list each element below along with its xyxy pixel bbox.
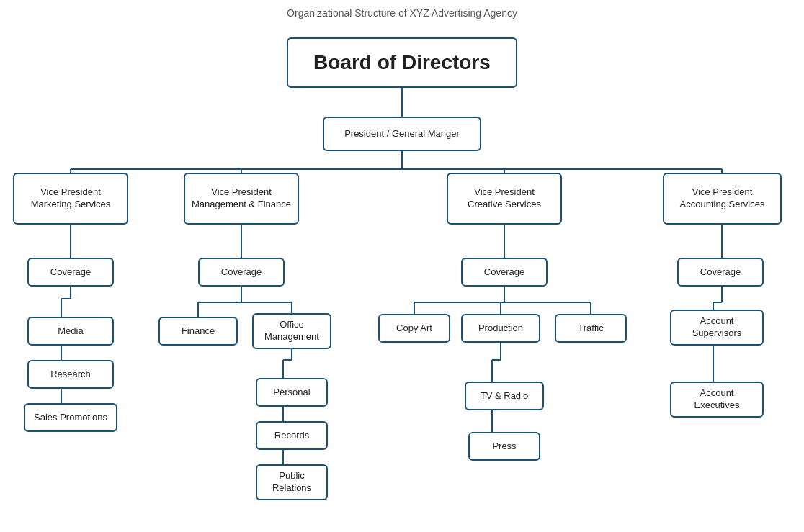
box-account-supervisors: AccountSupervisors xyxy=(670,310,764,346)
box-board-of-directors: Board of Directors xyxy=(287,37,517,88)
box-public-relations: PublicRelations xyxy=(256,464,328,500)
acct-supervisors-label: AccountSupervisors xyxy=(692,315,742,340)
box-sales-promotions: Sales Promotions xyxy=(24,403,117,432)
box-coverage-mgmt: Coverage xyxy=(198,258,285,287)
box-vp-management: Vice PresidentManagement & Finance xyxy=(184,173,299,225)
box-media: Media xyxy=(27,317,114,346)
box-tv-radio: TV & Radio xyxy=(465,382,544,410)
box-finance: Finance xyxy=(158,317,238,346)
box-vp-accounting: Vice PresidentAccounting Services xyxy=(663,173,782,225)
chart-title: Organizational Structure of XYZ Advertis… xyxy=(0,7,804,19)
box-president: President / General Manger xyxy=(323,117,481,151)
vp-accounting-label: Vice PresidentAccounting Services xyxy=(680,186,765,211)
acct-executives-label: AccountExecutives xyxy=(694,387,740,412)
box-coverage-creative: Coverage xyxy=(461,258,548,287)
box-coverage-marketing: Coverage xyxy=(27,258,114,287)
vp-marketing-label: Vice PresidentMarketing Services xyxy=(31,186,111,211)
box-personal: Personal xyxy=(256,378,328,407)
box-office-management: OfficeManagement xyxy=(252,313,331,349)
box-traffic: Traffic xyxy=(555,314,627,343)
box-records: Records xyxy=(256,421,328,450)
box-press: Press xyxy=(468,432,540,461)
box-coverage-accounting: Coverage xyxy=(677,258,764,287)
box-production: Production xyxy=(461,314,540,343)
box-account-executives: AccountExecutives xyxy=(670,382,764,418)
office-mgmt-label: OfficeManagement xyxy=(264,319,319,343)
vp-creative-label: Vice PresidentCreative Services xyxy=(468,186,541,211)
box-copy-art: Copy Art xyxy=(378,314,450,343)
box-vp-marketing: Vice PresidentMarketing Services xyxy=(13,173,128,225)
vp-mgmt-label: Vice PresidentManagement & Finance xyxy=(192,186,291,211)
org-chart: Organizational Structure of XYZ Advertis… xyxy=(0,0,804,532)
public-relations-label: PublicRelations xyxy=(272,470,311,495)
box-research: Research xyxy=(27,360,114,389)
box-vp-creative: Vice PresidentCreative Services xyxy=(447,173,562,225)
